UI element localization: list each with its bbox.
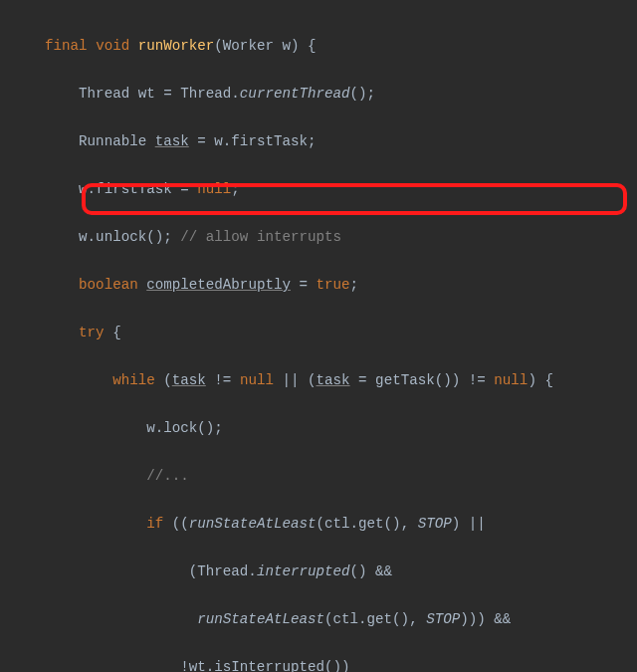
text: (); bbox=[350, 86, 376, 102]
code-line: !wt.isInterrupted()) bbox=[0, 655, 637, 672]
kw-null: null bbox=[197, 181, 231, 197]
code-line: w.unlock(); // allow interrupts bbox=[0, 225, 637, 249]
kw-while: while bbox=[112, 372, 155, 388]
const-stop: STOP bbox=[418, 516, 452, 532]
code-screenshot: final void runWorker(Worker w) { Thread … bbox=[0, 0, 637, 672]
static-call: runStateAtLeast bbox=[197, 611, 324, 627]
code-line: boolean completedAbruptly = true; bbox=[0, 273, 637, 297]
kw-try: try bbox=[79, 325, 105, 340]
code-line: runStateAtLeast(ctl.get(), STOP))) && bbox=[0, 607, 637, 631]
code-line: w.firstTask = null; bbox=[0, 177, 637, 201]
code-block: final void runWorker(Worker w) { Thread … bbox=[0, 0, 637, 672]
static-call: runStateAtLeast bbox=[189, 516, 317, 532]
params: (Worker w) { bbox=[214, 38, 316, 54]
text: Thread wt = Thread. bbox=[79, 86, 240, 102]
static-call: interrupted bbox=[257, 563, 350, 579]
code-line: //... bbox=[0, 464, 637, 488]
code-line: (Thread.interrupted() && bbox=[0, 560, 637, 583]
text: ; bbox=[231, 181, 240, 197]
text: w.unlock(); bbox=[79, 229, 180, 245]
kw-true: true bbox=[317, 277, 350, 293]
comment: //... bbox=[146, 468, 189, 484]
var-task: task bbox=[172, 372, 206, 388]
kw-if: if bbox=[146, 516, 163, 532]
method-name: runWorker bbox=[138, 38, 215, 54]
code-line: final void runWorker(Worker w) { bbox=[0, 34, 637, 58]
code-line: Thread wt = Thread.currentThread(); bbox=[0, 82, 637, 106]
kw-boolean: boolean bbox=[79, 277, 138, 293]
code-line: if ((runStateAtLeast(ctl.get(), STOP) || bbox=[0, 512, 637, 536]
kw-null: null bbox=[494, 372, 528, 388]
kw-final: final bbox=[45, 38, 88, 54]
text: w.lock(); bbox=[146, 420, 223, 436]
comment: // allow interrupts bbox=[180, 229, 341, 245]
code-line-highlighted: while (task != null || (task = getTask()… bbox=[0, 368, 637, 392]
kw-void: void bbox=[96, 38, 129, 54]
text: = w.firstTask; bbox=[189, 133, 317, 149]
var-completedAbruptly: completedAbruptly bbox=[146, 277, 291, 293]
text: !wt.isInterrupted()) bbox=[180, 659, 349, 672]
static-call: currentThread bbox=[240, 86, 350, 102]
const-stop: STOP bbox=[426, 611, 460, 627]
code-line: w.lock(); bbox=[0, 416, 637, 440]
var-task: task bbox=[317, 372, 350, 388]
code-line: try { bbox=[0, 321, 637, 344]
text: Runnable bbox=[79, 133, 155, 149]
code-line: Runnable task = w.firstTask; bbox=[0, 129, 637, 153]
kw-null: null bbox=[240, 372, 274, 388]
text: w.firstTask = bbox=[79, 181, 197, 197]
var-task: task bbox=[155, 133, 189, 149]
